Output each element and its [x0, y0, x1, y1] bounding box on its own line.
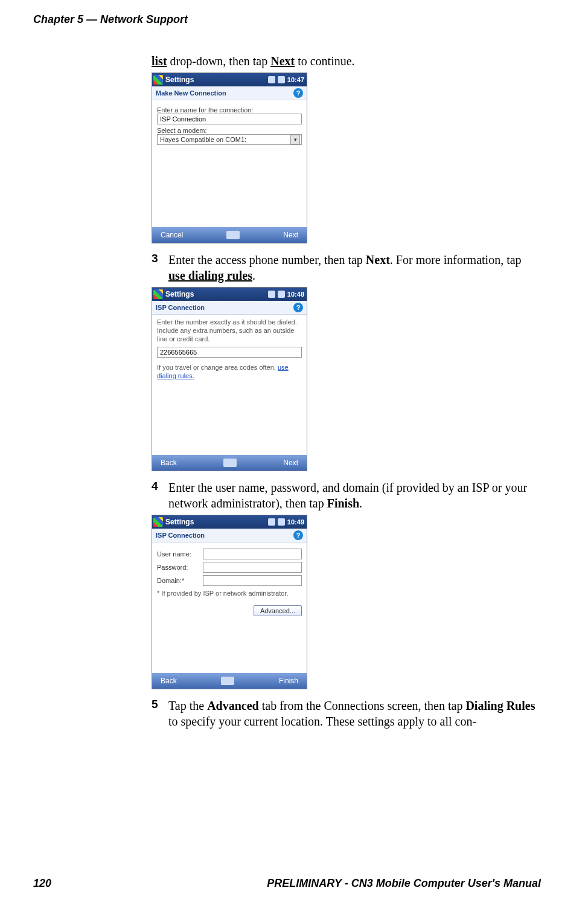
footer-page-number: 120 [33, 877, 51, 890]
wm-softkey-bar: Back Finish [152, 673, 307, 689]
step-5-advanced-bold: Advanced [207, 699, 259, 712]
wm-app-title: Settings [165, 76, 268, 84]
label-domain: Domain:* [157, 577, 199, 584]
status-indicators: 10:49 [268, 518, 304, 526]
modem-select-value: Hayes Compatible on COM1: [160, 136, 246, 143]
intro-bold-list: list [152, 54, 167, 68]
screenshot-1: Settings 10:47 Make New Connection ? Ent… [152, 72, 538, 243]
username-input[interactable] [203, 549, 302, 559]
start-flag-icon[interactable] [153, 75, 163, 85]
wm-titlebar: Settings 10:47 [152, 73, 307, 86]
connectivity-icon [268, 76, 275, 83]
softkey-left-cancel[interactable]: Cancel [161, 231, 183, 239]
content-area: list drop-down, then tap Next to continu… [152, 53, 538, 733]
step-3-t2: . For more information, tap [390, 253, 522, 266]
chevron-down-icon: ▾ [290, 135, 300, 144]
intro-paragraph: list drop-down, then tap Next to continu… [152, 53, 538, 69]
step-4: 4 Enter the user name, password, and dom… [152, 480, 538, 511]
help-icon[interactable]: ? [293, 303, 303, 312]
domain-footnote: * If provided by ISP or network administ… [157, 590, 302, 598]
row-username: User name: [157, 549, 302, 559]
wm-section-bar: ISP Connection ? [152, 301, 307, 315]
step-4-number: 4 [152, 480, 168, 493]
row-domain: Domain:* [157, 575, 302, 586]
wm-titlebar: Settings 10:48 [152, 288, 307, 301]
step-3: 3 Enter the access phone number, then ta… [152, 252, 538, 283]
keyboard-icon[interactable] [221, 677, 234, 685]
step-3-number: 3 [152, 252, 168, 265]
keyboard-icon[interactable] [226, 231, 240, 239]
help-icon[interactable]: ? [293, 88, 303, 98]
status-indicators: 10:48 [268, 291, 304, 298]
wm-softkey-bar: Back Next [152, 455, 307, 471]
device-screen-3: Settings 10:49 ISP Connection ? User nam… [152, 515, 307, 689]
label-select-modem: Select a modem: [157, 127, 302, 134]
label-connection-name: Enter a name for the connection: [157, 106, 302, 114]
label-username: User name: [157, 550, 199, 558]
step-3-use-dialing-rules: use dialing rules [168, 269, 252, 282]
dialing-instruction-text: Enter the number exactly as it should be… [157, 318, 302, 343]
softkey-left-back[interactable]: Back [161, 677, 177, 685]
password-input[interactable] [203, 562, 302, 573]
wm-app-title: Settings [165, 518, 268, 526]
step-5: 5 Tap the Advanced tab from the Connecti… [152, 698, 538, 729]
wm-section-bar: ISP Connection ? [152, 529, 307, 543]
footer-manual-title: PRELIMINARY - CN3 Mobile Computer User's… [267, 877, 541, 890]
step-5-t2: tab from the Connections screen, then ta… [259, 699, 466, 712]
step-5-t3: to specify your current location. These … [168, 715, 476, 728]
dialing-hint-pre: If you travel or change area codes often… [157, 364, 278, 371]
intro-text-mid: drop-down, then tap [167, 54, 271, 68]
volume-icon [278, 518, 285, 526]
step-5-t1: Tap the [168, 699, 207, 712]
wm-section-bar: Make New Connection ? [152, 86, 307, 100]
connection-name-input[interactable] [157, 114, 302, 124]
step-3-t1: Enter the access phone number, then tap [168, 253, 366, 266]
softkey-right-next[interactable]: Next [283, 231, 298, 239]
wm-body: Enter a name for the connection: Select … [152, 100, 307, 227]
softkey-right-finish[interactable]: Finish [279, 677, 298, 685]
wm-section-title: ISP Connection [156, 304, 205, 311]
chapter-header: Chapter 5 — Network Support [33, 13, 188, 26]
help-icon[interactable]: ? [293, 530, 303, 540]
keyboard-icon[interactable] [223, 459, 237, 467]
phone-number-input[interactable] [157, 347, 302, 358]
step-3-t3: . [252, 269, 255, 282]
modem-select[interactable]: Hayes Compatible on COM1: ▾ [157, 134, 302, 145]
step-5-text: Tap the Advanced tab from the Connection… [168, 698, 538, 729]
softkey-left-back[interactable]: Back [161, 459, 177, 467]
wm-titlebar: Settings 10:49 [152, 515, 307, 529]
step-4-finish-bold: Finish [327, 497, 359, 510]
page: Chapter 5 — Network Support list drop-do… [0, 0, 588, 908]
connectivity-icon [268, 518, 275, 526]
wm-app-title: Settings [165, 290, 268, 298]
step-5-dialing-rules-bold: Dialing Rules [465, 699, 535, 712]
step-3-text: Enter the access phone number, then tap … [168, 252, 538, 283]
screenshot-2: Settings 10:48 ISP Connection ? Enter th… [152, 287, 538, 471]
status-indicators: 10:47 [268, 76, 304, 83]
wm-section-title: ISP Connection [156, 532, 205, 539]
start-flag-icon[interactable] [153, 289, 163, 299]
label-password: Password: [157, 564, 199, 571]
screenshot-3: Settings 10:49 ISP Connection ? User nam… [152, 515, 538, 689]
wm-body: Enter the number exactly as it should be… [152, 315, 307, 455]
wm-clock: 10:48 [287, 291, 304, 298]
intro-text-post: to continue. [295, 54, 354, 68]
volume-icon [278, 291, 285, 298]
start-flag-icon[interactable] [153, 517, 163, 527]
wm-body: User name: Password: Domain:* * If provi… [152, 543, 307, 673]
intro-bold-next: Next [270, 54, 295, 68]
softkey-right-next[interactable]: Next [283, 459, 298, 467]
step-4-text: Enter the user name, password, and domai… [168, 480, 538, 511]
device-screen-1: Settings 10:47 Make New Connection ? Ent… [152, 72, 307, 243]
step-3-next-bold: Next [366, 253, 390, 266]
step-4-t2: . [359, 497, 362, 510]
wm-softkey-bar: Cancel Next [152, 227, 307, 243]
advanced-button[interactable]: Advanced... [254, 605, 302, 616]
wm-clock: 10:49 [287, 518, 304, 526]
row-password: Password: [157, 562, 302, 573]
volume-icon [278, 76, 285, 83]
wm-clock: 10:47 [287, 76, 304, 83]
connectivity-icon [268, 291, 275, 298]
dialing-hint: If you travel or change area codes often… [157, 364, 302, 381]
domain-input[interactable] [203, 575, 302, 586]
